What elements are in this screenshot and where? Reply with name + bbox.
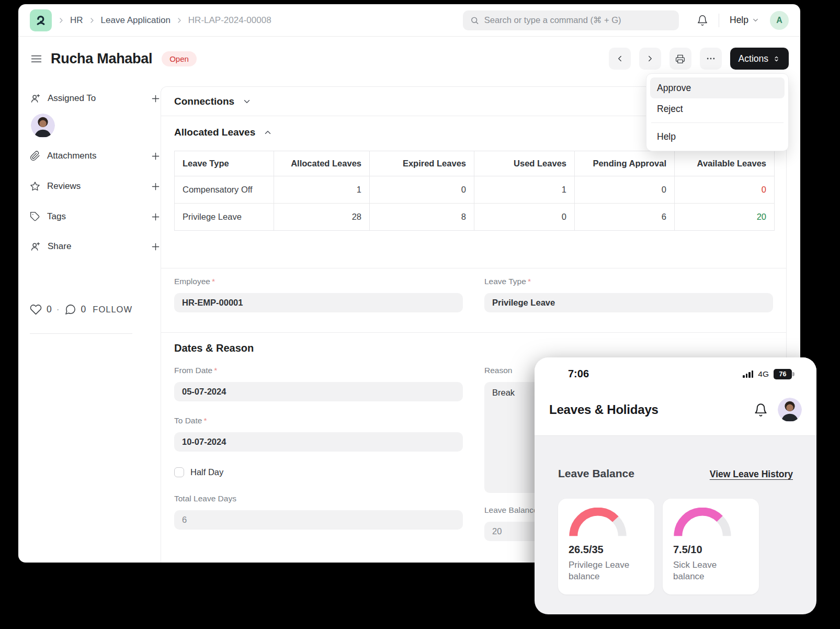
privilege-leave-value: 26.5/35 (569, 544, 644, 556)
privilege-leave-label: Privilege Leave balance (569, 559, 644, 583)
hamburger-icon (30, 52, 43, 65)
printer-icon (675, 54, 685, 64)
phone-user-avatar[interactable] (778, 398, 802, 422)
navbar: HR Leave Application HR-LAP-2024-00008 H… (18, 4, 800, 37)
privilege-leave-gauge (569, 508, 627, 539)
battery-percent: 76 (774, 369, 792, 379)
user-plus-icon (30, 93, 41, 104)
breadcrumb-hr[interactable]: HR (70, 15, 83, 26)
cell-pending: 6 (575, 204, 675, 231)
add-share-button[interactable] (150, 241, 162, 252)
chevron-right-icon (175, 16, 184, 25)
page-title: Rucha Mahabal (51, 51, 152, 67)
view-leave-history-link[interactable]: View Leave History (710, 469, 793, 480)
cell-leave-type: Privilege Leave (175, 204, 274, 231)
bell-icon (697, 15, 708, 26)
chevron-down-icon[interactable] (242, 97, 252, 106)
navbar-divider (719, 14, 719, 27)
phone-header: 7:06 4G 76 Leaves & Holidays (535, 357, 816, 436)
sidebar-label-tags: Tags (47, 211, 66, 222)
print-button[interactable] (669, 48, 691, 70)
add-attachment-button[interactable] (150, 150, 162, 162)
follow-button[interactable]: FOLLOW (93, 305, 132, 314)
actions-button[interactable]: Actions (730, 48, 789, 70)
cell-pending: 0 (575, 176, 675, 204)
col-used-leaves: Used Leaves (474, 151, 575, 176)
breadcrumb-leave-application[interactable]: Leave Application (101, 15, 171, 26)
search-input[interactable] (484, 15, 672, 25)
search-icon (470, 16, 479, 25)
sidebar-label-attachments: Attachments (47, 151, 97, 161)
head-actions: Actions (609, 48, 789, 70)
help-label: Help (730, 15, 748, 26)
chevron-up-icon[interactable] (263, 128, 273, 137)
cell-leave-type: Compensatory Off (175, 176, 274, 204)
leave-type-label: Leave Type* (484, 277, 773, 286)
half-day-checkbox[interactable] (174, 467, 184, 477)
phone-status-bar: 7:06 4G 76 (549, 368, 802, 380)
employee-input[interactable]: HR-EMP-00001 (174, 293, 463, 312)
selector-icon (773, 55, 780, 63)
add-review-button[interactable] (150, 181, 162, 192)
status-badge: Open (162, 51, 197, 66)
navbar-right: Help A (679, 11, 789, 30)
required-asterisk: * (203, 416, 207, 425)
sidebar-label-assigned-to: Assigned To (48, 93, 96, 104)
menu-item-reject[interactable]: Reject (650, 98, 785, 119)
assignee-photo (31, 114, 55, 138)
leave-type-input[interactable]: Privilege Leave (484, 293, 773, 312)
menu-item-help[interactable]: Help (650, 126, 785, 147)
sick-leave-value: 7.5/10 (673, 544, 748, 556)
from-date-label: From Date* (174, 366, 463, 375)
employee-fields: Employee* HR-EMP-00001 Leave Type* Privi… (161, 268, 786, 332)
app-logo[interactable] (30, 9, 52, 31)
sidebar-item-reviews: Reviews (30, 181, 162, 192)
balance-cards: 26.5/35 Privilege Leave balance 7.5/10 S… (558, 499, 793, 594)
heart-icon[interactable] (30, 304, 42, 316)
prev-document-button[interactable] (609, 48, 631, 70)
star-icon (30, 181, 40, 192)
like-count: 0 (47, 304, 52, 315)
cell-used: 1 (474, 176, 575, 204)
more-options-button[interactable] (700, 48, 722, 70)
required-asterisk: * (214, 366, 217, 375)
help-menu[interactable]: Help (730, 15, 759, 26)
global-search[interactable] (463, 10, 679, 30)
comment-icon[interactable] (64, 304, 76, 316)
menu-item-approve[interactable]: Approve (650, 77, 785, 98)
col-available-leaves: Available Leaves (675, 151, 775, 176)
user-avatar[interactable]: A (770, 11, 789, 30)
sick-leave-card[interactable]: 7.5/10 Sick Leave balance (663, 499, 759, 594)
privilege-leave-card[interactable]: 26.5/35 Privilege Leave balance (558, 499, 654, 594)
table-row: Compensatory Off 1 0 1 0 0 (175, 176, 775, 204)
add-tag-button[interactable] (150, 211, 162, 222)
sidebar-divider (30, 333, 132, 334)
employee-field-group: Employee* HR-EMP-00001 (174, 277, 463, 312)
status-time: 7:06 (568, 368, 589, 380)
col-leave-type: Leave Type (175, 151, 274, 176)
notifications-button[interactable] (697, 15, 708, 26)
phone-notifications-button[interactable] (754, 403, 768, 417)
to-date-label: To Date* (174, 416, 463, 425)
sidebar-label-reviews: Reviews (47, 181, 81, 192)
cell-expired: 8 (370, 204, 474, 231)
total-leave-days-input[interactable]: 6 (174, 510, 463, 530)
add-assignment-button[interactable] (150, 93, 162, 104)
connections-title: Connections (174, 96, 234, 107)
paperclip-icon (30, 151, 40, 161)
battery-icon: 76 (774, 369, 794, 379)
cell-expired: 0 (370, 176, 474, 204)
leave-type-field-group: Leave Type* Privilege Leave (484, 277, 773, 312)
chevron-right-icon (57, 16, 65, 25)
count-separator: · (56, 304, 60, 315)
sidebar-toggle-button[interactable] (30, 52, 43, 65)
next-document-button[interactable] (639, 48, 661, 70)
assignee-avatar[interactable] (31, 114, 55, 138)
col-allocated-leaves: Allocated Leaves (274, 151, 370, 176)
tag-icon (30, 211, 40, 222)
allocated-leaves-table: Leave Type Allocated Leaves Expired Leav… (174, 151, 775, 231)
document-sidebar: Assigned To Attachments (30, 93, 162, 334)
from-date-input[interactable]: 05-07-2024 (174, 382, 463, 401)
status-indicators: 4G 76 (743, 369, 794, 379)
to-date-input[interactable]: 10-07-2024 (174, 432, 463, 452)
